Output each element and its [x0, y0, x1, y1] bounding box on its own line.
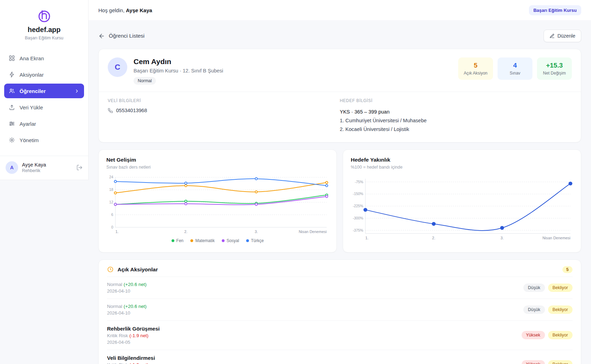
- legend-dot: [190, 239, 193, 242]
- hedefe-yakinlik-card: Hedefe Yakınlık %100 = hedef bandı içind…: [343, 149, 581, 253]
- stat-label: Sınav: [503, 71, 527, 76]
- action-net-change: (+20.6 net): [124, 282, 147, 287]
- action-risk-label: Kritik Risk: [107, 333, 128, 338]
- y-tick-label: -300%: [353, 216, 363, 220]
- action-net-change: (-1.9 net): [129, 362, 149, 364]
- x-tick-label: 3.: [255, 230, 258, 234]
- y-tick-label: 0: [111, 225, 113, 229]
- action-net-change: (-1.9 net): [129, 333, 149, 338]
- user-role: Rehberlik: [22, 168, 46, 173]
- gear-icon: [9, 137, 15, 143]
- action-date: 2026-04-10: [107, 288, 146, 294]
- stat-label: Net Değişim: [543, 71, 566, 76]
- sidebar-item-ayarlar[interactable]: Ayarlar: [4, 116, 84, 131]
- y-tick-label: 24: [109, 175, 113, 179]
- y-tick-label: -375%: [353, 229, 363, 232]
- veli-heading: VELİ BİLGİLERİ: [108, 98, 340, 103]
- edit-button-label: Düzenle: [558, 33, 575, 39]
- stat-value: 5: [464, 62, 487, 69]
- sidebar-item-label: Veri Yükle: [20, 104, 43, 110]
- sidebar-item-veri-yukle[interactable]: Veri Yükle: [4, 100, 84, 115]
- hedef-info: HEDEF BİLGİSİ YKS · 365 – 399 puan 1. Cu…: [340, 98, 572, 134]
- breadcrumb: Öğrenci Listesi Düzenle: [98, 29, 581, 42]
- action-risk-label: Normal: [107, 304, 122, 309]
- x-tick-label: 2.: [432, 236, 435, 240]
- hedef-line: 1. Cumhuriyet Üniversitesi / Muhasebe: [340, 116, 572, 125]
- student-avatar: C: [108, 57, 127, 77]
- y-tick-label: -150%: [353, 192, 363, 196]
- stat-value: 4: [503, 62, 527, 69]
- edit-button[interactable]: Düzenle: [544, 30, 581, 42]
- app-name: hedef.app: [4, 26, 84, 34]
- hedefe-yakinlik-chart: -75%-150%-225%-300%-375%1.2.3.Nisan Dene…: [351, 175, 573, 243]
- sidebar-item-ana-ekran[interactable]: Ana Ekran: [4, 51, 84, 65]
- phone-icon: [108, 108, 113, 113]
- logout-icon[interactable]: [76, 164, 83, 171]
- action-title: Veli Bilgilendirmesi: [107, 355, 155, 361]
- y-tick-label: 18: [109, 188, 113, 192]
- x-tick-label: 2.: [184, 230, 187, 234]
- org-badge: Başarı Eğitim Kursu: [529, 5, 581, 15]
- breadcrumb-label[interactable]: Öğrenci Listesi: [109, 33, 145, 39]
- open-actions-title: Açık Aksiyonlar: [118, 266, 158, 273]
- action-row[interactable]: Normal(+20.6 net) 2026-04-10 Düşük Bekli…: [107, 277, 573, 299]
- stat-net-degisim: +15.3 Net Değişim: [537, 57, 572, 80]
- back-arrow-icon[interactable]: [98, 33, 105, 39]
- sidebar-item-ogrenciler[interactable]: Öğrenciler: [4, 84, 84, 98]
- veli-phone: 05534013968: [116, 108, 147, 113]
- legend-item: Matematik: [190, 238, 214, 243]
- action-row[interactable]: Rehberlik Görüşmesi Kritik Risk(-1.9 net…: [107, 320, 573, 350]
- open-actions-header: Açık Aksiyonlar 5: [107, 266, 573, 277]
- sidebar-user-block: A Ayşe Kaya Rehberlik: [0, 156, 88, 179]
- charts-row: Net Gelişim Sınav bazlı ders netleri 241…: [98, 149, 581, 253]
- greeting-user-name: Ayşe Kaya: [126, 7, 152, 13]
- chart-title: Hedefe Yakınlık: [351, 157, 573, 163]
- users-icon: [9, 88, 15, 94]
- stat-sinav: 4 Sınav: [498, 57, 532, 80]
- action-date: 2026-04-05: [107, 340, 160, 345]
- net-gelisim-chart: 241812601.2.3.Nisan Denemesi: [106, 175, 329, 237]
- x-tick-label: Nisan Denemesi: [543, 236, 570, 240]
- sidebar-item-label: Öğrenciler: [20, 88, 46, 94]
- y-tick-label: -225%: [353, 204, 363, 208]
- chart-legend: FenMatematikSosyalTürkçe: [106, 238, 329, 243]
- stat-acik-aksiyon: 5 Açık Aksiyon: [458, 57, 493, 80]
- student-subtitle: Başarı Eğitim Kursu · 12. Sınıf B Şubesi: [134, 68, 223, 73]
- org-name: Başarı Eğitim Kursu: [4, 36, 84, 40]
- clock-icon: [107, 266, 114, 273]
- x-tick-label: Nisan Denemesi: [299, 230, 327, 234]
- priority-badge: Düşük: [523, 284, 545, 292]
- sliders-icon: [9, 121, 15, 127]
- sidebar-item-aksiyonlar[interactable]: Aksiyonlar: [4, 67, 84, 82]
- chart-title: Net Gelişim: [106, 157, 329, 163]
- lightning-icon: [9, 71, 15, 78]
- student-header: C Cem Aydın Başarı Eğitim Kursu · 12. Sı…: [99, 49, 581, 92]
- action-row[interactable]: Veli Bilgilendirmesi Kritik Risk(-1.9 ne…: [107, 350, 573, 364]
- legend-item: Sosyal: [222, 238, 239, 243]
- topbar: Hoş geldin,Ayşe Kaya Başarı Eğitim Kursu: [89, 0, 591, 20]
- action-risk-label: Kritik Risk: [107, 362, 128, 364]
- sidebar-item-label: Yönetim: [20, 137, 39, 143]
- legend-dot: [172, 239, 174, 242]
- legend-dot: [222, 239, 225, 242]
- hedef-heading: HEDEF BİLGİSİ: [340, 98, 572, 103]
- brand-block: hedef.app Başarı Eğitim Kursu: [0, 0, 88, 43]
- chart-subtitle: %100 = hedef bandı içinde: [351, 165, 573, 170]
- student-name: Cem Aydın: [134, 57, 223, 66]
- priority-badge: Düşük: [523, 305, 545, 314]
- sidebar-nav: Ana Ekran Aksiyonlar Öğrenciler: [0, 43, 88, 150]
- action-row[interactable]: Normal(+20.6 net) 2026-04-10 Düşük Bekli…: [107, 299, 573, 320]
- grid-icon: [9, 55, 15, 61]
- status-badge: Bekliyor: [548, 360, 573, 364]
- x-tick-label: 1.: [115, 230, 119, 234]
- status-badge: Normal: [134, 77, 156, 85]
- hedef-logo-icon: [36, 8, 52, 25]
- stat-value: +15.3: [543, 62, 566, 69]
- sidebar-item-yonetim[interactable]: Yönetim: [4, 133, 84, 147]
- sidebar-item-label: Aksiyonlar: [20, 72, 44, 78]
- greeting-prefix: Hoş geldin,: [98, 7, 124, 13]
- pencil-icon: [550, 33, 555, 39]
- y-tick-label: 6: [111, 213, 113, 217]
- legend-item: Türkçe: [246, 238, 264, 243]
- priority-badge: Yüksek: [522, 360, 545, 364]
